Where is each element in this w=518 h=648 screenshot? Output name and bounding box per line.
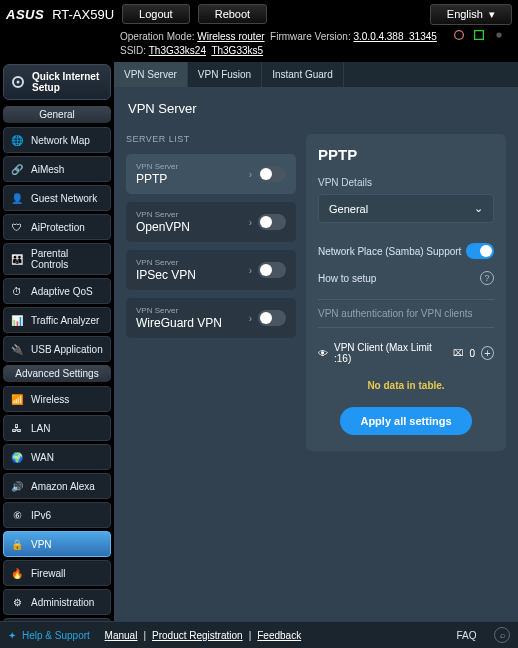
nav-wireless[interactable]: 📶Wireless (3, 386, 111, 412)
ssid2-link[interactable]: Th3G33ks5 (211, 45, 263, 56)
svg-point-4 (17, 81, 20, 84)
nav-firewall[interactable]: 🔥Firewall (3, 560, 111, 586)
nav-vpn[interactable]: 🔒VPN (3, 531, 111, 557)
globe-icon: 🌐 (9, 132, 25, 148)
sidebar-section-advanced: Advanced Settings (3, 365, 111, 382)
shield-icon: 🛡 (9, 219, 25, 235)
extra-status-icon[interactable] (492, 28, 506, 42)
nav-usb-application[interactable]: 🔌USB Application (3, 336, 111, 362)
device-count: 0 (469, 348, 475, 359)
chevron-right-icon: › (249, 313, 252, 324)
alexa-icon: 🔊 (9, 478, 25, 494)
sidebar: Quick Internet Setup General 🌐Network Ma… (0, 62, 114, 621)
nav-amazon-alexa[interactable]: 🔊Amazon Alexa (3, 473, 111, 499)
usb-icon: 🔌 (9, 341, 25, 357)
nav-wan[interactable]: 🌍WAN (3, 444, 111, 470)
server-list-header: SERVER LIST (126, 134, 296, 144)
tab-vpn-fusion[interactable]: VPN Fusion (188, 62, 262, 87)
sidebar-section-general: General (3, 106, 111, 123)
registration-link[interactable]: Product Registration (152, 630, 243, 641)
vpn-details-select[interactable]: General ⌄ (318, 194, 494, 223)
ssid1-link[interactable]: Th3G33ks24 (149, 45, 206, 56)
nav-administration[interactable]: ⚙Administration (3, 589, 111, 615)
gear-icon (10, 74, 26, 90)
wifi-icon: 📶 (9, 391, 25, 407)
chevron-right-icon: › (249, 265, 252, 276)
panel-title: PPTP (318, 146, 494, 163)
faq-link[interactable]: FAQ (456, 630, 476, 641)
firewall-icon: 🔥 (9, 565, 25, 581)
toggle-ipsec[interactable] (258, 262, 286, 278)
chevron-down-icon: ⌄ (474, 202, 483, 215)
family-icon: 👪 (9, 251, 25, 267)
nav-adaptive-qos[interactable]: ⏱Adaptive QoS (3, 278, 111, 304)
logo: ASUS (6, 7, 44, 22)
divider (318, 327, 494, 328)
divider (318, 299, 494, 300)
tab-bar: VPN Server VPN Fusion Instant Guard (114, 62, 518, 87)
svg-rect-1 (475, 31, 484, 40)
top-bar: ASUS RT-AX59U Logout Reboot English ▾ (0, 0, 518, 28)
chevron-right-icon: › (249, 217, 252, 228)
model-name: RT-AX59U (52, 7, 114, 22)
guest-icon: 👤 (9, 190, 25, 206)
wan-icon: 🌍 (9, 449, 25, 465)
toggle-samba[interactable] (466, 243, 494, 259)
search-icon[interactable]: ⌕ (494, 627, 510, 643)
usb-status-icon[interactable] (452, 28, 466, 42)
admin-icon: ⚙ (9, 594, 25, 610)
nav-aimesh[interactable]: 🔗AiMesh (3, 156, 111, 182)
lan-icon: 🖧 (9, 420, 25, 436)
client-label: VPN Client (Max Limit :16) (334, 342, 441, 364)
nav-ipv6[interactable]: ⑥IPv6 (3, 502, 111, 528)
main-content: VPN Server VPN Fusion Instant Guard VPN … (114, 62, 518, 621)
chevron-right-icon: › (249, 169, 252, 180)
nav-parental-controls[interactable]: 👪Parental Controls (3, 243, 111, 275)
svg-point-0 (455, 31, 464, 40)
ipv6-icon: ⑥ (9, 507, 25, 523)
page-title: VPN Server (128, 101, 506, 116)
server-list: SERVER LIST VPN ServerPPTP › VPN ServerO… (126, 134, 296, 451)
logout-button[interactable]: Logout (122, 4, 190, 24)
add-client-button[interactable]: + (481, 346, 494, 360)
server-openvpn[interactable]: VPN ServerOpenVPN › (126, 202, 296, 242)
tab-vpn-server[interactable]: VPN Server (114, 62, 188, 87)
tab-instant-guard[interactable]: Instant Guard (262, 62, 344, 87)
device-icon: ⌧ (453, 348, 463, 358)
speed-icon: ⏱ (9, 283, 25, 299)
eye-icon[interactable]: 👁 (318, 348, 328, 359)
server-wireguard[interactable]: VPN ServerWireGuard VPN › (126, 298, 296, 338)
toggle-wireguard[interactable] (258, 310, 286, 326)
vpn-icon: 🔒 (9, 536, 25, 552)
vpn-details-label: VPN Details (318, 177, 494, 188)
toggle-pptp[interactable] (258, 166, 286, 182)
fw-link[interactable]: 3.0.0.4.388_31345 (353, 31, 436, 42)
status-line: Operation Mode: Wireless router Firmware… (0, 28, 518, 62)
nav-guest-network[interactable]: 👤Guest Network (3, 185, 111, 211)
empty-table-message: No data in table. (318, 370, 494, 401)
nav-traffic-analyzer[interactable]: 📊Traffic Analyzer (3, 307, 111, 333)
mesh-icon: 🔗 (9, 161, 25, 177)
nav-network-map[interactable]: 🌐Network Map (3, 127, 111, 153)
howto-label: How to setup (318, 273, 376, 284)
quick-internet-setup[interactable]: Quick Internet Setup (3, 64, 111, 100)
help-support-link[interactable]: Help & Support (22, 630, 90, 641)
server-ipsec[interactable]: VPN ServerIPSec VPN › (126, 250, 296, 290)
svg-point-2 (496, 32, 501, 37)
reboot-button[interactable]: Reboot (198, 4, 267, 24)
samba-label: Network Place (Samba) Support (318, 246, 461, 257)
help-icon[interactable]: ? (480, 271, 494, 285)
footer: ✦ Help & Support Manual | Product Regist… (0, 621, 518, 648)
network-status-icon[interactable] (472, 28, 486, 42)
apply-button[interactable]: Apply all settings (340, 407, 471, 435)
nav-lan[interactable]: 🖧LAN (3, 415, 111, 441)
detail-panel: PPTP VPN Details General ⌄ Network Place… (306, 134, 506, 451)
server-pptp[interactable]: VPN ServerPPTP › (126, 154, 296, 194)
feedback-link[interactable]: Feedback (257, 630, 301, 641)
language-dropdown[interactable]: English ▾ (430, 4, 512, 25)
op-mode-link[interactable]: Wireless router (197, 31, 264, 42)
toggle-openvpn[interactable] (258, 214, 286, 230)
manual-link[interactable]: Manual (105, 630, 138, 641)
auth-label: VPN authentication for VPN clients (318, 308, 494, 319)
nav-aiprotection[interactable]: 🛡AiProtection (3, 214, 111, 240)
